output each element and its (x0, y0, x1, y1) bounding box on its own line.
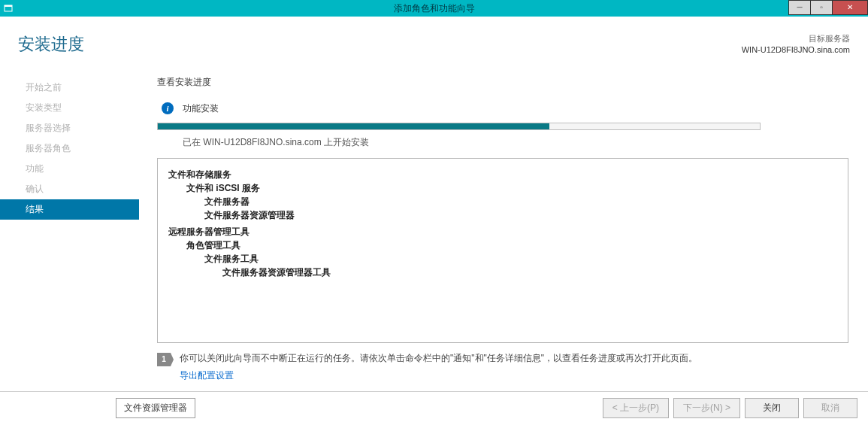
header: 安装进度 目标服务器 WIN-U12D8FI8JNO.sina.com (0, 17, 868, 62)
content-subheading: 查看安装进度 (157, 76, 850, 89)
target-server: WIN-U12D8FI8JNO.sina.com (742, 44, 850, 56)
export-config-link[interactable]: 导出配置设置 (180, 369, 234, 382)
status-row: i 功能安装 (157, 102, 850, 115)
feature-item: 文件服务工具 (204, 252, 837, 266)
sidebar-item-server-roles: 服务器角色 (0, 138, 139, 159)
progress-fill (158, 123, 549, 129)
target-label: 目标服务器 (742, 33, 850, 44)
sidebar: 开始之前 安装类型 服务器选择 服务器角色 功能 确认 结果 (0, 62, 139, 382)
page-title: 安装进度 (18, 33, 84, 56)
cancel-button: 取消 (803, 398, 857, 418)
feature-item: 文件服务器 (204, 195, 837, 208)
window-title: 添加角色和功能向导 (394, 2, 475, 15)
main-row: 开始之前 安装类型 服务器选择 服务器角色 功能 确认 结果 查看安装进度 i … (0, 62, 868, 382)
sidebar-item-features: 功能 (0, 159, 139, 179)
sidebar-item-confirm: 确认 (0, 179, 139, 199)
next-button: 下一步(N) > (673, 398, 740, 418)
notification-text: 你可以关闭此向导而不中断正在运行的任务。请依次单击命令栏中的"通知"和"任务详细… (180, 352, 697, 365)
flag-icon: 1 (157, 353, 171, 366)
feature-item: 文件和存储服务 (168, 168, 837, 181)
progress-subtext: 已在 WIN-U12D8FI8JNO.sina.com 上开始安装 (183, 136, 850, 149)
feature-group-1: 文件和存储服务 文件和 iSCSI 服务 文件服务器 文件服务器资源管理器 (168, 168, 837, 222)
app-icon (0, 0, 17, 17)
bottom-bar: 文件资源管理器 < 上一步(P) 下一步(N) > 关闭 取消 (0, 396, 868, 419)
progress-bar (157, 123, 761, 130)
bottom-separator (0, 391, 868, 392)
taskbar-chip[interactable]: 文件资源管理器 (116, 398, 195, 418)
maximize-button[interactable]: ▫ (810, 0, 833, 15)
target-info: 目标服务器 WIN-U12D8FI8JNO.sina.com (742, 33, 850, 56)
window-controls: ─ ▫ ✕ (789, 0, 868, 15)
close-button[interactable]: ✕ (832, 0, 868, 15)
close-wizard-button[interactable]: 关闭 (745, 398, 799, 418)
previous-button: < 上一步(P) (603, 398, 669, 418)
feature-item: 远程服务器管理工具 (168, 225, 837, 238)
feature-item: 文件和 iSCSI 服务 (186, 181, 837, 195)
feature-item: 文件服务器资源管理器 (204, 208, 837, 222)
sidebar-item-type: 安装类型 (0, 98, 139, 118)
feature-item: 文件服务器资源管理器工具 (222, 266, 837, 279)
sidebar-item-server-select: 服务器选择 (0, 118, 139, 138)
minimize-button[interactable]: ─ (788, 0, 811, 15)
status-text: 功能安装 (183, 102, 219, 115)
feature-group-2: 远程服务器管理工具 角色管理工具 文件服务工具 文件服务器资源管理器工具 (168, 225, 837, 279)
svg-rect-1 (5, 5, 12, 7)
notification-row: 1 你可以关闭此向导而不中断正在运行的任务。请依次单击命令栏中的"通知"和"任务… (157, 352, 848, 382)
notification-text-wrap: 你可以关闭此向导而不中断正在运行的任务。请依次单击命令栏中的"通知"和"任务详细… (180, 352, 697, 382)
sidebar-item-before: 开始之前 (0, 77, 139, 98)
info-icon: i (162, 102, 174, 114)
content: 查看安装进度 i 功能安装 已在 WIN-U12D8FI8JNO.sina.co… (139, 62, 868, 382)
features-box: 文件和存储服务 文件和 iSCSI 服务 文件服务器 文件服务器资源管理器 远程… (157, 158, 848, 343)
titlebar: 添加角色和功能向导 ─ ▫ ✕ (0, 0, 868, 17)
feature-item: 角色管理工具 (186, 238, 837, 252)
sidebar-item-results[interactable]: 结果 (0, 199, 139, 220)
